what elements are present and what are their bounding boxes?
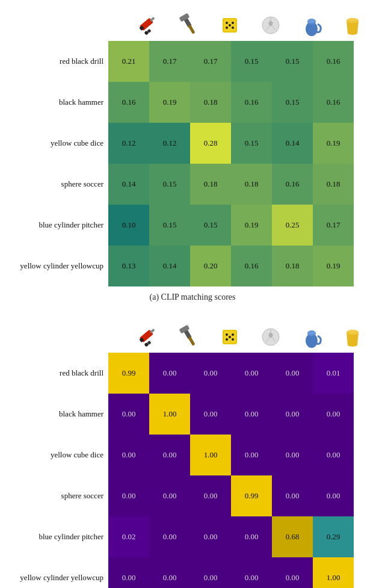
- svg-point-11: [232, 22, 234, 24]
- svg-point-38: [226, 338, 228, 341]
- cells-group: 0.100.150.150.190.250.17: [108, 205, 354, 246]
- cells-group: 0.140.150.180.180.160.18: [108, 164, 354, 205]
- svg-point-48: [307, 331, 316, 335]
- drill-icon-b: [128, 324, 168, 350]
- svg-point-50: [346, 330, 359, 335]
- matrix-row: yellow cylinder yellowcup0.130.140.200.1…: [12, 246, 373, 286]
- matrix-cell: 0.15: [190, 205, 231, 246]
- matrix-cell: 0.00: [190, 394, 231, 435]
- matrix-cell: 0.00: [231, 353, 272, 394]
- matrix-cell: 0.18: [190, 164, 231, 205]
- row-label: yellow cylinder yellowcup: [12, 261, 108, 271]
- matrix-cell: 0.00: [108, 435, 149, 475]
- matrix-cell: 0.00: [272, 557, 313, 588]
- row-label: yellow cube dice: [12, 450, 108, 460]
- row-label: blue cylinder pitcher: [12, 532, 108, 542]
- chart-a-icons-row: [108, 12, 373, 39]
- matrix-row: yellow cube dice0.000.001.000.000.000.00: [12, 435, 373, 475]
- matrix-cell: 0.17: [313, 205, 354, 246]
- matrix-row: black hammer0.160.190.180.160.150.16: [12, 82, 373, 123]
- matrix-cell: 0.17: [149, 41, 190, 82]
- cells-group: 0.160.190.180.160.150.16: [108, 82, 354, 123]
- matrix-cell: 0.29: [313, 516, 354, 557]
- row-label: red black drill: [12, 57, 108, 66]
- matrix-cell: 0.18: [272, 246, 313, 286]
- svg-point-36: [226, 333, 228, 336]
- matrix-cell: 0.68: [272, 516, 313, 557]
- chart-a-caption: (a) CLIP matching scores: [12, 292, 373, 302]
- chart-b-icons-row: [108, 324, 373, 350]
- matrix-cell: 0.00: [313, 435, 354, 475]
- matrix-row: yellow cube dice0.120.120.280.150.140.19: [12, 123, 373, 164]
- svg-point-39: [232, 338, 234, 341]
- hammer-icon: [168, 12, 209, 39]
- matrix-cell: 0.00: [231, 557, 272, 588]
- matrix-row: yellow cylinder yellowcup0.000.000.000.0…: [12, 557, 373, 588]
- matrix-cell: 0.21: [108, 41, 149, 82]
- matrix-cell: 0.00: [313, 475, 354, 516]
- matrix-cell: 0.14: [108, 164, 149, 205]
- matrix-cell: 1.00: [190, 435, 231, 475]
- yellowcup-icon: [332, 12, 373, 39]
- row-label: black hammer: [12, 97, 108, 107]
- matrix-cell: 0.19: [313, 246, 354, 286]
- matrix-cell: 0.19: [313, 123, 354, 164]
- matrix-cell: 0.20: [190, 246, 231, 286]
- row-label: yellow cube dice: [12, 138, 108, 148]
- matrix-row: red black drill0.990.000.000.000.000.01: [12, 353, 373, 394]
- matrix-cell: 0.00: [190, 475, 231, 516]
- dice-icon: [209, 12, 250, 39]
- row-label: sphere soccer: [12, 179, 108, 189]
- matrix-cell: 1.00: [313, 557, 354, 588]
- row-label: yellow cylinder yellowcup: [12, 573, 108, 583]
- matrix-cell: 0.00: [108, 557, 149, 588]
- matrix-cell: 0.00: [231, 435, 272, 475]
- matrix-cell: 0.00: [149, 353, 190, 394]
- matrix-row: sphere soccer0.140.150.180.180.160.18: [12, 164, 373, 205]
- matrix-cell: 0.00: [149, 516, 190, 557]
- chart-a-matrix: red black drill0.210.170.170.150.150.16b…: [12, 41, 373, 286]
- matrix-cell: 0.99: [108, 353, 149, 394]
- cells-group: 0.000.001.000.000.000.00: [108, 435, 354, 475]
- svg-rect-33: [188, 336, 195, 346]
- matrix-cell: 0.02: [108, 516, 149, 557]
- matrix-cell: 0.12: [149, 123, 190, 164]
- matrix-row: sphere soccer0.000.000.000.990.000.00: [12, 475, 373, 516]
- matrix-cell: 0.00: [272, 435, 313, 475]
- svg-point-37: [232, 333, 234, 336]
- hammer-icon-b: [168, 324, 209, 350]
- matrix-cell: 0.00: [149, 557, 190, 588]
- matrix-cell: 0.19: [149, 82, 190, 123]
- matrix-cell: 0.00: [149, 475, 190, 516]
- matrix-cell: 0.15: [272, 41, 313, 82]
- row-label: blue cylinder pitcher: [12, 220, 108, 230]
- matrix-cell: 0.18: [231, 164, 272, 205]
- matrix-cell: 0.00: [231, 516, 272, 557]
- dice-icon-b: [209, 324, 250, 350]
- matrix-cell: 0.12: [108, 123, 149, 164]
- chart-a-container: red black drill0.210.170.170.150.150.16b…: [12, 12, 373, 312]
- matrix-cell: 0.16: [231, 82, 272, 123]
- matrix-cell: 0.15: [231, 123, 272, 164]
- matrix-row: blue cylinder pitcher0.020.000.000.000.6…: [12, 516, 373, 557]
- svg-point-40: [229, 336, 231, 338]
- cells-group: 0.020.000.000.000.680.29: [108, 516, 354, 557]
- cells-group: 0.210.170.170.150.150.16: [108, 41, 354, 82]
- pitcher-icon-b: [291, 324, 332, 350]
- matrix-cell: 0.15: [149, 164, 190, 205]
- matrix-cell: 0.00: [272, 394, 313, 435]
- matrix-cell: 0.16: [108, 82, 149, 123]
- matrix-cell: 0.00: [313, 394, 354, 435]
- svg-point-10: [226, 22, 228, 24]
- matrix-cell: 0.13: [108, 246, 149, 286]
- pitcher-icon: [291, 12, 332, 39]
- matrix-cell: 0.00: [190, 516, 231, 557]
- svg-rect-7: [188, 25, 195, 34]
- soccer-icon: [250, 12, 291, 39]
- matrix-cell: 0.00: [190, 557, 231, 588]
- matrix-cell: 0.00: [108, 475, 149, 516]
- matrix-cell: 0.16: [313, 82, 354, 123]
- matrix-cell: 0.99: [231, 475, 272, 516]
- matrix-cell: 0.25: [272, 205, 313, 246]
- matrix-cell: 0.00: [272, 353, 313, 394]
